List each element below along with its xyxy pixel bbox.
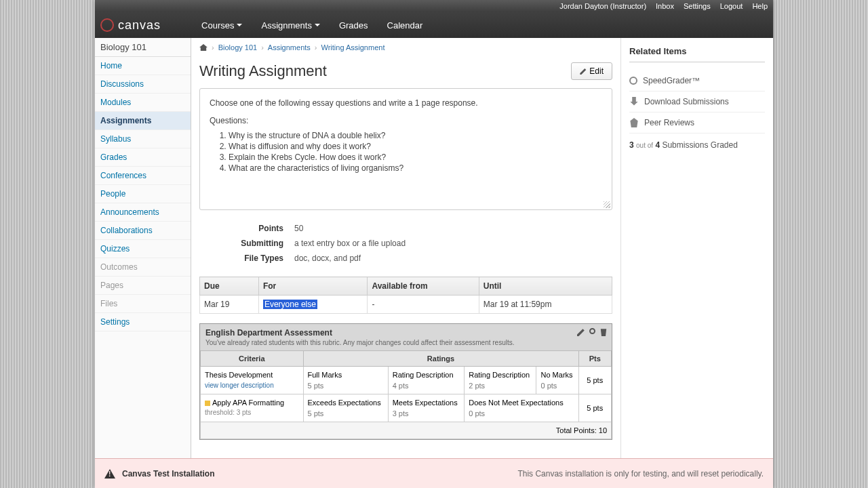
peer-reviews-link[interactable]: Peer Reviews [629, 113, 765, 134]
user-name[interactable]: Jordan Dayton (Instructor) [559, 2, 646, 10]
rubric: English Department Assessment You've alr… [199, 323, 612, 440]
points-label: Points [199, 224, 294, 233]
due-for: Everyone else [258, 296, 368, 314]
rubric-criteria: Thesis Developmentview longer descriptio… [201, 367, 304, 394]
breadcrumb-page[interactable]: Writing Assignment [321, 43, 385, 52]
download-submissions-link[interactable]: Download Submissions [629, 92, 765, 113]
rubric-rating[interactable]: Full Marks5 pts [303, 367, 388, 394]
rubric-note: You've already rated students with this … [205, 339, 606, 346]
sidebar-item-assignments[interactable]: Assignments [95, 112, 191, 130]
rubric-col-criteria: Criteria [201, 351, 304, 367]
rubric-rating[interactable]: Rating Description4 pts [388, 367, 465, 394]
breadcrumb: › Biology 101 › Assignments › Writing As… [199, 38, 612, 57]
assignment-description: Choose one of the following essay questi… [199, 88, 612, 210]
main-nav: canvas Courses Assignments Grades Calend… [95, 12, 773, 38]
warning-icon [104, 469, 115, 479]
rubric-rating[interactable]: Exceeds Expectations5 pts [303, 394, 388, 422]
course-title: Biology 101 [95, 38, 191, 57]
sidebar-item-pages[interactable]: Pages [95, 277, 191, 295]
speedgrader-icon [629, 77, 637, 85]
sidebar-item-home[interactable]: Home [95, 57, 191, 75]
sidebar-item-files[interactable]: Files [95, 295, 191, 313]
sidebar-item-quizzes[interactable]: Quizzes [95, 240, 191, 258]
sidebar-item-conferences[interactable]: Conferences [95, 167, 191, 185]
sidebar-item-collaborations[interactable]: Collaborations [95, 222, 191, 240]
rubric-rating[interactable]: No Marks0 pts [536, 367, 578, 394]
sidebar-item-people[interactable]: People [95, 185, 191, 203]
page-title: Writing Assignment [199, 62, 327, 80]
help-link[interactable]: Help [752, 2, 768, 10]
breadcrumb-section[interactable]: Assignments [268, 43, 311, 52]
rubric-col-pts: Pts [578, 351, 611, 367]
nav-grades[interactable]: Grades [339, 20, 368, 30]
delete-rubric-icon[interactable] [599, 328, 608, 336]
sidebar-item-announcements[interactable]: Announcements [95, 203, 191, 222]
col-until: Until [479, 277, 612, 296]
question-item: Why is the structure of DNA a double hel… [229, 131, 602, 140]
footer-right: This Canvas installation is only for tes… [517, 469, 764, 479]
brand-text: canvas [118, 18, 161, 33]
due-row: Mar 19 Everyone else - Mar 19 at 11:59pm [200, 296, 612, 314]
resize-handle[interactable] [604, 201, 610, 208]
sidebar-item-syllabus[interactable]: Syllabus [95, 130, 191, 148]
rubric-total: Total Points: 10 [201, 422, 612, 439]
view-description-link[interactable]: view longer description [205, 382, 299, 389]
due-until: Mar 19 at 11:59pm [479, 296, 612, 314]
sidebar-item-grades[interactable]: Grades [95, 148, 191, 167]
chevron-down-icon [315, 24, 320, 26]
search-icon[interactable] [589, 328, 595, 334]
filetypes-label: File Types [199, 253, 294, 263]
due-avail: - [368, 296, 479, 314]
rubric-row: Apply APA Formattingthreshold: 3 ptsExce… [201, 394, 612, 422]
pencil-icon [580, 68, 587, 75]
desc-intro: Choose one of the following essay questi… [210, 98, 602, 108]
due-date: Mar 19 [200, 296, 259, 314]
sidebar-item-discussions[interactable]: Discussions [95, 75, 191, 94]
download-icon [629, 97, 639, 106]
submitting-value: a text entry box or a file upload [294, 239, 406, 248]
sidebar-item-outcomes[interactable]: Outcomes [95, 258, 191, 277]
col-avail: Available from [368, 277, 479, 296]
course-sidebar: Biology 101 HomeDiscussionsModulesAssign… [95, 38, 191, 488]
peer-icon [629, 118, 639, 127]
logout-link[interactable]: Logout [720, 2, 743, 10]
speedgrader-link[interactable]: SpeedGrader™ [629, 70, 765, 92]
submissions-status: 3 out of 4 Submissions Graded [629, 134, 765, 157]
rubric-pts: 5 pts [578, 367, 611, 394]
sidebar-item-settings[interactable]: Settings [95, 313, 191, 331]
nav-courses[interactable]: Courses [201, 20, 242, 30]
rubric-rating[interactable]: Meets Expectations3 pts [388, 394, 465, 422]
points-value: 50 [294, 224, 303, 233]
breadcrumb-course[interactable]: Biology 101 [218, 43, 258, 52]
related-panel: Related Items SpeedGrader™ Download Subm… [621, 38, 773, 488]
inbox-link[interactable]: Inbox [656, 2, 674, 10]
edit-rubric-icon[interactable] [577, 328, 585, 336]
rubric-title: English Department Assessment [205, 328, 606, 338]
nav-calendar[interactable]: Calendar [387, 20, 423, 30]
rubric-row: Thesis Developmentview longer descriptio… [201, 367, 612, 394]
submitting-label: Submitting [199, 239, 294, 248]
question-item: What is diffusion and why does it work? [229, 142, 602, 151]
home-icon[interactable] [199, 44, 208, 51]
sidebar-item-modules[interactable]: Modules [95, 94, 191, 112]
canvas-icon [100, 18, 114, 32]
filetypes-value: doc, docx, and pdf [294, 253, 361, 263]
rubric-pts: 5 pts [578, 394, 611, 422]
desc-subhead: Questions: [210, 116, 602, 125]
question-item: What are the characteristics of living o… [229, 163, 602, 173]
due-dates-table: Due For Available from Until Mar 19 Ever… [199, 277, 612, 314]
test-install-banner: Canvas Test Installation This Canvas ins… [95, 458, 773, 488]
related-title: Related Items [629, 46, 765, 62]
outcome-icon [205, 401, 210, 406]
brand-logo[interactable]: canvas [100, 18, 161, 33]
rubric-rating[interactable]: Does Not Meet Expectations0 pts [465, 394, 578, 422]
edit-button[interactable]: Edit [571, 62, 612, 80]
footer-left: Canvas Test Installation [122, 469, 214, 479]
rubric-col-ratings: Ratings [303, 351, 578, 367]
nav-assignments[interactable]: Assignments [261, 20, 319, 30]
rubric-rating[interactable]: Rating Description2 pts [465, 367, 536, 394]
question-item: Explain the Krebs Cycle. How does it wor… [229, 152, 602, 162]
rubric-criteria: Apply APA Formattingthreshold: 3 pts [201, 394, 304, 422]
settings-link[interactable]: Settings [684, 2, 711, 10]
chevron-down-icon [237, 24, 242, 26]
